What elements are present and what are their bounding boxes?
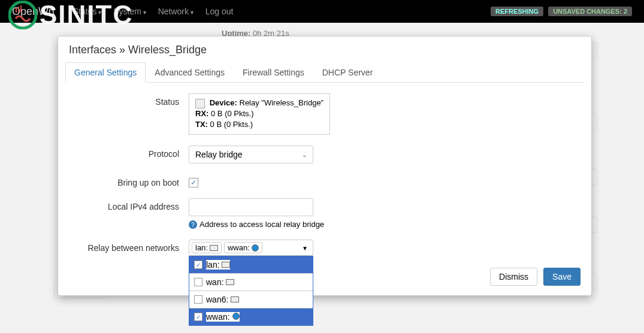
option-wan[interactable]: wan: — [189, 273, 313, 290]
eth-icon — [222, 262, 230, 268]
relay-dropdown: lan: wan: wan6: wwan: — [189, 256, 313, 326]
relay-between-label: Relay between networks — [69, 240, 189, 256]
wifi-icon — [252, 244, 259, 252]
svg-rect-2 — [18, 7, 19, 13]
option-lan[interactable]: lan: — [189, 256, 313, 273]
eth-icon — [210, 245, 218, 251]
nav-logout[interactable]: Log out — [205, 7, 234, 16]
option-wwan[interactable]: wwan: — [189, 308, 313, 325]
option-lan-checkbox[interactable] — [194, 261, 202, 269]
selected-lan: lan: — [192, 242, 222, 253]
chevron-down-icon: ⌄ — [302, 151, 307, 158]
svg-rect-1 — [16, 8, 17, 13]
option-wan-checkbox[interactable] — [194, 278, 202, 286]
selected-wwan: wwan: — [224, 242, 262, 253]
option-wan6[interactable]: wan6: — [189, 290, 313, 308]
protocol-select[interactable]: Relay bridge ⌄ — [189, 146, 313, 164]
help-icon: ? — [189, 220, 197, 229]
status-label: Status — [69, 93, 189, 135]
bringup-checkbox[interactable] — [189, 178, 198, 187]
tab-general-settings[interactable]: General Settings — [65, 62, 146, 83]
nav-network[interactable]: Network — [158, 7, 193, 16]
svg-rect-3 — [20, 5, 22, 13]
svg-point-0 — [10, 2, 36, 28]
option-wwan-checkbox[interactable] — [194, 313, 202, 321]
chevron-down-icon: ▼ — [302, 244, 308, 251]
watermark: SINITC — [8, 0, 133, 30]
watermark-text: SINITC — [40, 0, 133, 30]
watermark-logo-icon — [8, 1, 37, 29]
tab-dhcp-server[interactable]: DHCP Server — [313, 62, 382, 82]
local-ipv4-input[interactable] — [189, 198, 313, 216]
tabs: General Settings Advanced Settings Firew… — [65, 62, 584, 83]
modal-title: Interfaces » Wireless_Bridge — [58, 37, 591, 62]
interface-modal: Interfaces » Wireless_Bridge General Set… — [58, 36, 592, 296]
local-ipv4-help: ?Address to access local relay bridge — [189, 220, 580, 229]
tab-firewall-settings[interactable]: Firewall Settings — [234, 62, 313, 82]
relay-between-select[interactable]: lan: wwan: ▼ — [189, 240, 313, 256]
eth-icon — [226, 279, 234, 285]
status-box: Device: Relay "Wireless_Bridge" RX: 0 B … — [189, 93, 330, 135]
unsaved-badge[interactable]: UNSAVED CHANGES: 2 — [548, 7, 632, 16]
relay-icon — [195, 99, 205, 108]
tab-advanced-settings[interactable]: Advanced Settings — [146, 62, 234, 82]
save-button[interactable]: Save — [543, 268, 580, 286]
eth-icon — [231, 296, 239, 302]
option-wan6-checkbox[interactable] — [194, 295, 202, 304]
bringup-label: Bring up on boot — [69, 174, 189, 187]
wifi-icon — [232, 313, 240, 320]
protocol-label: Protocol — [69, 146, 189, 164]
dismiss-button[interactable]: Dismiss — [490, 268, 537, 286]
local-ipv4-label: Local IPv4 address — [69, 198, 189, 229]
refreshing-badge: REFRESHING — [491, 7, 543, 16]
